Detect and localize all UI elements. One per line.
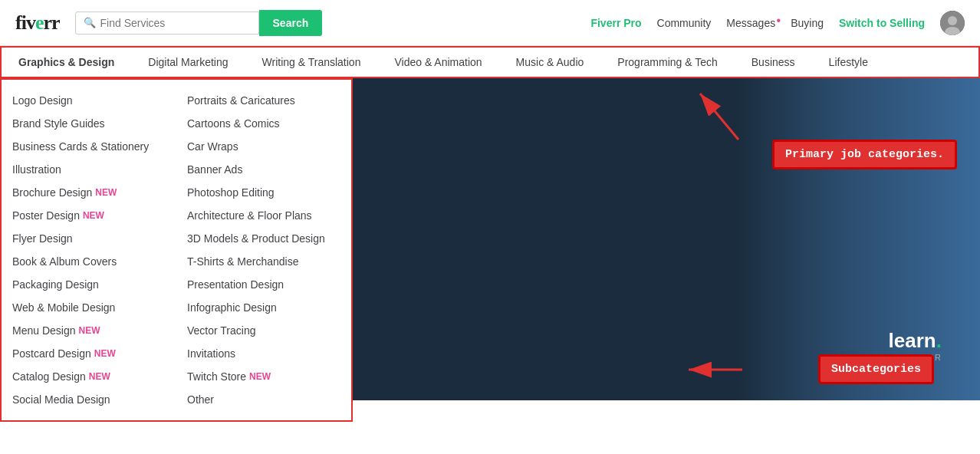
dropdown-item-social-media-design[interactable]: Social Media Design [12, 388, 166, 411]
new-badge-catalog: NEW [89, 371, 110, 382]
search-button[interactable]: Search [259, 10, 323, 36]
nav-graphics-design[interactable]: Graphics & Design [2, 48, 131, 77]
dropdown-menu: Logo Design Brand Style Guides Business … [0, 78, 353, 422]
nav-music-audio[interactable]: Music & Audio [499, 48, 601, 77]
dropdown-item-menu-design[interactable]: Menu Design NEW [12, 319, 166, 342]
svg-line-4 [700, 94, 738, 140]
search-bar: 🔍 Search [75, 10, 323, 36]
dropdown-item-invitations[interactable]: Invitations [187, 342, 340, 365]
dropdown-item-poster-design[interactable]: Poster Design NEW [12, 204, 166, 227]
dropdown-left-col: Logo Design Brand Style Guides Business … [2, 89, 176, 411]
dropdown-item-web-mobile-design[interactable]: Web & Mobile Design [12, 296, 166, 319]
nav-lifestyle[interactable]: Lifestyle [812, 48, 885, 77]
dropdown-right-col: Portraits & Caricatures Cartoons & Comic… [176, 89, 351, 411]
dropdown-item-flyer-design[interactable]: Flyer Design [12, 227, 166, 250]
dropdown-item-architecture[interactable]: Architecture & Floor Plans [187, 204, 340, 227]
search-input[interactable] [100, 17, 251, 29]
new-badge-postcard: NEW [94, 348, 116, 359]
nav-writing-translation[interactable]: Writing & Translation [245, 48, 378, 77]
nav-community[interactable]: Community [657, 17, 712, 29]
dropdown-item-logo-design[interactable]: Logo Design [12, 89, 166, 112]
dropdown-item-banner-ads[interactable]: Banner Ads [187, 158, 340, 181]
dropdown-item-business-cards[interactable]: Business Cards & Stationery [12, 135, 166, 158]
content-area: Primary job categories. ourse From Fiver… [0, 78, 980, 454]
search-input-wrapper[interactable]: 🔍 [75, 12, 259, 35]
new-badge-brochure: NEW [95, 187, 117, 198]
page-wrapper: fiverr 🔍 Search Fiverr Pro Community Mes… [0, 0, 980, 454]
dropdown-item-packaging-design[interactable]: Packaging Design [12, 273, 166, 296]
nav-video-animation[interactable]: Video & Animation [377, 48, 498, 77]
search-icon: 🔍 [84, 17, 96, 28]
dropdown-item-portraits-caricatures[interactable]: Portraits & Caricatures [187, 89, 340, 112]
header: fiverr 🔍 Search Fiverr Pro Community Mes… [0, 0, 980, 46]
dropdown-item-postcard-design[interactable]: Postcard Design NEW [12, 342, 166, 365]
dropdown-item-brochure-design[interactable]: Brochure Design NEW [12, 181, 166, 204]
nav-programming-tech[interactable]: Programming & Tech [600, 48, 734, 77]
dropdown-item-car-wraps[interactable]: Car Wraps [187, 135, 340, 158]
nav-switch-selling[interactable]: Switch to Selling [839, 17, 925, 29]
nav-business[interactable]: Business [735, 48, 812, 77]
dropdown-item-twitch-store[interactable]: Twitch Store NEW [187, 365, 340, 388]
dropdown-item-book-album-covers[interactable]: Book & Album Covers [12, 250, 166, 273]
dropdown-item-tshirts[interactable]: T-Shirts & Merchandise [187, 250, 340, 273]
nav-buying[interactable]: Buying [791, 17, 824, 29]
dropdown-item-catalog-design[interactable]: Catalog Design NEW [12, 365, 166, 388]
dropdown-item-infographic-design[interactable]: Infographic Design [187, 296, 340, 319]
nav-messages[interactable]: Messages [726, 17, 775, 29]
dropdown-item-photoshop-editing[interactable]: Photoshop Editing [187, 181, 340, 204]
svg-point-1 [948, 16, 957, 25]
nav-bar: Graphics & Design Digital Marketing Writ… [0, 46, 980, 78]
dropdown-item-brand-style-guides[interactable]: Brand Style Guides [12, 112, 166, 135]
annotation-subcategories: Subcategories [818, 354, 934, 384]
dropdown-item-other[interactable]: Other [187, 388, 340, 411]
avatar[interactable] [940, 11, 965, 35]
dropdown-item-presentation-design[interactable]: Presentation Design [187, 273, 340, 296]
nav-fiverr-pro[interactable]: Fiverr Pro [590, 17, 641, 29]
dropdown-item-vector-tracing[interactable]: Vector Tracing [187, 319, 340, 342]
arrow-primary [692, 86, 754, 150]
annotation-primary: Primary job categories. [772, 140, 957, 169]
arrow-sub [681, 354, 750, 387]
fiverr-logo[interactable]: fiverr [15, 12, 60, 35]
header-nav: Fiverr Pro Community Messages Buying Swi… [590, 11, 965, 35]
nav-digital-marketing[interactable]: Digital Marketing [131, 48, 245, 77]
dropdown-item-3d-models[interactable]: 3D Models & Product Design [187, 227, 340, 250]
new-badge-poster: NEW [83, 210, 104, 221]
dropdown-columns: Logo Design Brand Style Guides Business … [2, 89, 351, 411]
new-badge-menu: NEW [79, 325, 100, 336]
dropdown-item-cartoons-comics[interactable]: Cartoons & Comics [187, 112, 340, 135]
new-badge-twitch: NEW [249, 371, 271, 382]
dropdown-item-illustration[interactable]: Illustration [12, 158, 166, 181]
